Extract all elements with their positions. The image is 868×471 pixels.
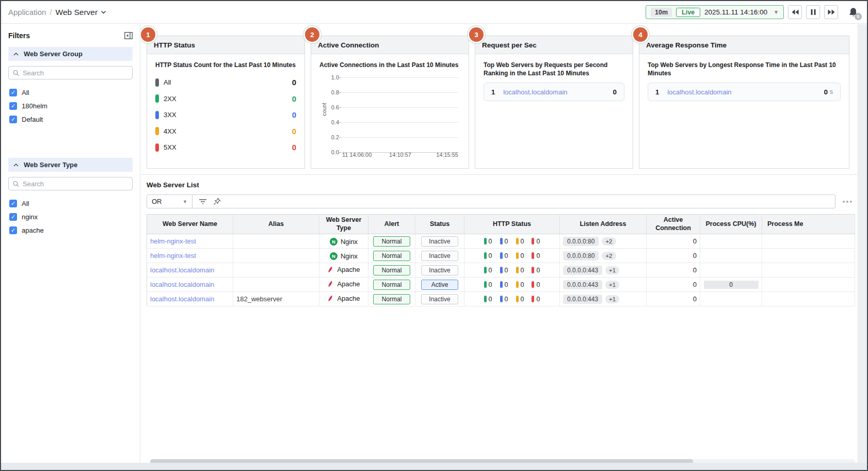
group-option-180helm[interactable]: ✓ 180helm bbox=[7, 99, 134, 112]
http-2xx-count: 0 bbox=[489, 238, 492, 245]
y-tick: 0.6 bbox=[322, 104, 339, 110]
x-tick: 14:10:57 bbox=[389, 152, 411, 158]
table-row[interactable]: localhost.localdomain Apache Normal Inac… bbox=[147, 263, 855, 278]
listen-address-pill[interactable]: 0.0.0.0:443 bbox=[563, 295, 602, 304]
table-row[interactable]: localhost.localdomain 182_webserver Apac… bbox=[147, 292, 855, 306]
alert-badge[interactable]: Normal bbox=[373, 280, 410, 290]
listen-address-pill[interactable]: 0.0.0.0:443 bbox=[563, 280, 602, 289]
stat-value: 0 bbox=[292, 143, 296, 152]
horizontal-scrollbar-track[interactable] bbox=[150, 459, 855, 463]
alert-badge[interactable]: Normal bbox=[373, 236, 410, 247]
live-badge[interactable]: Live bbox=[676, 8, 700, 17]
horizontal-scrollbar-thumb[interactable] bbox=[150, 459, 693, 463]
type-option-all[interactable]: ✓ All bbox=[7, 197, 134, 210]
status-badge[interactable]: Inactive bbox=[421, 294, 458, 304]
breadcrumb-root[interactable]: Application bbox=[8, 8, 46, 17]
notifications-button[interactable]: 0 bbox=[846, 6, 860, 19]
fast-forward-icon bbox=[828, 9, 835, 15]
application-window: Application / Web Server 10m Live 2025.1… bbox=[0, 0, 868, 471]
listen-more-pill[interactable]: +1 bbox=[605, 281, 619, 289]
table-row[interactable]: helm-nginx-test NNginx Normal Inactive 0… bbox=[147, 234, 855, 249]
top-bar: Application / Web Server 10m Live 2025.1… bbox=[1, 1, 867, 24]
server-name-link[interactable]: helm-nginx-test bbox=[147, 234, 233, 249]
type-option-nginx[interactable]: ✓ nginx bbox=[7, 210, 134, 223]
rewind-button[interactable] bbox=[788, 5, 802, 19]
server-name-link[interactable]: helm-nginx-test bbox=[147, 249, 233, 263]
server-name-link[interactable]: localhost.localdomain bbox=[147, 278, 233, 292]
filter-list-icon[interactable] bbox=[199, 199, 207, 205]
filter-operator-select[interactable]: OR ▼ bbox=[147, 195, 192, 208]
type-option-apache[interactable]: ✓ apache bbox=[7, 223, 134, 237]
status-badge[interactable]: Inactive bbox=[421, 251, 458, 261]
listen-more-pill[interactable]: +1 bbox=[605, 266, 619, 274]
web-server-group-header[interactable]: Web Server Group bbox=[8, 47, 133, 61]
http-5xx-count: 0 bbox=[536, 267, 540, 274]
section-title: Web Server Type bbox=[24, 161, 77, 169]
col-process-cpu[interactable]: Process CPU(%) bbox=[700, 215, 762, 234]
listen-more-pill[interactable]: +2 bbox=[602, 237, 616, 246]
status-badge[interactable]: Inactive bbox=[421, 265, 458, 275]
checkbox-checked-icon[interactable]: ✓ bbox=[9, 116, 17, 123]
listen-more-pill[interactable]: +2 bbox=[602, 252, 616, 260]
time-range-control[interactable]: 10m Live 2025.11.11 14:16:00 ▼ bbox=[646, 5, 784, 19]
status-badge[interactable]: Active bbox=[421, 280, 458, 290]
checkbox-checked-icon[interactable]: ✓ bbox=[9, 226, 17, 234]
col-alert[interactable]: Alert bbox=[368, 215, 415, 234]
chevron-down-icon[interactable] bbox=[101, 10, 106, 14]
fast-forward-button[interactable] bbox=[824, 5, 838, 19]
group-option-default[interactable]: ✓ Default bbox=[7, 112, 134, 126]
x-tick: 11 14:06:00 bbox=[342, 152, 372, 158]
col-process-memory[interactable]: Process Me bbox=[762, 215, 855, 234]
listen-more-pill[interactable]: +1 bbox=[605, 295, 619, 303]
group-option-all[interactable]: ✓ All bbox=[7, 86, 134, 99]
alert-badge[interactable]: Normal bbox=[373, 294, 410, 304]
server-link[interactable]: localhost.localdomain bbox=[667, 88, 731, 96]
col-http-status[interactable]: HTTP Status bbox=[464, 215, 560, 234]
checkbox-checked-icon[interactable]: ✓ bbox=[9, 102, 17, 110]
col-status[interactable]: Status bbox=[415, 215, 464, 234]
status-3xx-pill-icon bbox=[500, 281, 503, 288]
table-row[interactable]: helm-nginx-test NNginx Normal Inactive 0… bbox=[147, 249, 855, 263]
more-options-icon[interactable] bbox=[843, 201, 852, 203]
col-active-connection[interactable]: Active Connection bbox=[647, 215, 700, 234]
chevron-up-icon bbox=[13, 164, 19, 167]
active-connection-chart: count 1.0 0.8 0.6 0.4 0.2 0.0 bbox=[319, 74, 460, 161]
listen-address-pill[interactable]: 0.0.0.0:80 bbox=[563, 251, 599, 261]
ranking-item[interactable]: 1 localhost.localdomain 0 bbox=[484, 83, 624, 101]
web-server-type-header[interactable]: Web Server Type bbox=[8, 158, 133, 172]
time-range-badge[interactable]: 10m bbox=[651, 8, 672, 17]
table-filter-bar[interactable]: OR ▼ bbox=[147, 194, 835, 208]
listen-address-pill[interactable]: 0.0.0.0:80 bbox=[563, 237, 599, 246]
time-dropdown-caret-icon[interactable]: ▼ bbox=[774, 9, 779, 15]
status-5xx-pill-icon bbox=[532, 296, 534, 302]
server-link[interactable]: localhost.localdomain bbox=[503, 88, 567, 96]
col-web-server-name[interactable]: Web Server Name bbox=[147, 215, 233, 234]
server-name-link[interactable]: localhost.localdomain bbox=[147, 292, 233, 306]
col-web-server-type[interactable]: Web Server Type bbox=[319, 215, 368, 234]
pin-icon[interactable] bbox=[213, 198, 221, 205]
col-listen-address[interactable]: Listen Address bbox=[560, 215, 647, 234]
breadcrumb-current[interactable]: Web Server bbox=[56, 8, 98, 17]
collapse-sidebar-icon[interactable] bbox=[124, 32, 133, 39]
group-search-input[interactable] bbox=[23, 69, 128, 77]
avg-response-time-panel: 4 Average Response Time Top Web Servers … bbox=[639, 36, 849, 169]
type-label: Nginx bbox=[341, 252, 358, 260]
checkbox-checked-icon[interactable]: ✓ bbox=[9, 200, 17, 207]
table-row[interactable]: localhost.localdomain Apache Normal Acti… bbox=[147, 278, 855, 292]
status-badge[interactable]: Inactive bbox=[421, 236, 458, 247]
datetime-value[interactable]: 2025.11.11 14:16:00 bbox=[704, 8, 767, 16]
vertical-scrollbar-track[interactable] bbox=[858, 24, 867, 463]
checkbox-checked-icon[interactable]: ✓ bbox=[9, 213, 17, 221]
type-search-input[interactable] bbox=[23, 180, 128, 188]
active-connection-panel: 2 Active Connection Active Connections i… bbox=[311, 36, 469, 169]
col-alias[interactable]: Alias bbox=[233, 215, 319, 234]
pause-button[interactable] bbox=[806, 5, 820, 19]
checkbox-checked-icon[interactable]: ✓ bbox=[9, 89, 17, 96]
alert-badge[interactable]: Normal bbox=[373, 265, 410, 275]
alert-badge[interactable]: Normal bbox=[373, 251, 410, 261]
ranking-item[interactable]: 1 localhost.localdomain 0 s bbox=[648, 83, 841, 101]
listen-address-pill[interactable]: 0.0.0.0:443 bbox=[563, 266, 602, 275]
http-2xx-count: 0 bbox=[489, 281, 492, 288]
server-name-link[interactable]: localhost.localdomain bbox=[147, 263, 233, 278]
process-cpu-bar: 0 bbox=[704, 281, 759, 289]
